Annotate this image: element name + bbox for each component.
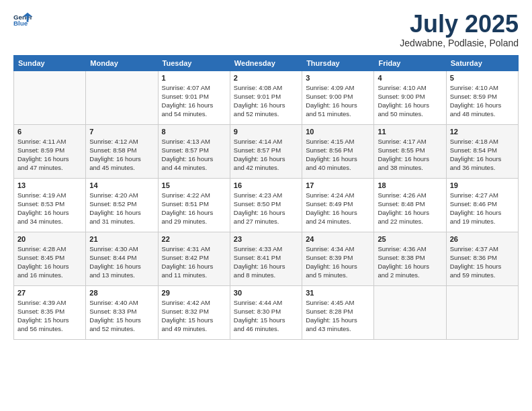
day-number: 17 xyxy=(306,181,370,189)
day-info: Sunrise: 4:30 AM Sunset: 8:44 PM Dayligh… xyxy=(89,244,154,280)
day-info: Sunrise: 4:10 AM Sunset: 9:00 PM Dayligh… xyxy=(378,83,442,119)
day-info: Sunrise: 4:26 AM Sunset: 8:48 PM Dayligh… xyxy=(378,191,442,226)
day-number: 25 xyxy=(378,235,442,243)
calendar-cell-w4-d1: 20Sunrise: 4:28 AM Sunset: 8:45 PM Dayli… xyxy=(14,232,86,285)
day-info: Sunrise: 4:31 AM Sunset: 8:42 PM Dayligh… xyxy=(162,244,226,280)
calendar-week-2: 6Sunrise: 4:11 AM Sunset: 8:59 PM Daylig… xyxy=(14,124,519,178)
calendar-cell-w4-d4: 23Sunrise: 4:33 AM Sunset: 8:41 PM Dayli… xyxy=(230,232,302,285)
calendar-cell-w5-d4: 30Sunrise: 4:44 AM Sunset: 8:30 PM Dayli… xyxy=(230,285,302,339)
calendar-cell-w4-d3: 22Sunrise: 4:31 AM Sunset: 8:42 PM Dayli… xyxy=(158,232,230,285)
calendar-cell-w4-d6: 25Sunrise: 4:36 AM Sunset: 8:38 PM Dayli… xyxy=(374,232,446,285)
subtitle: Jedwabne, Podlasie, Poland xyxy=(400,38,519,48)
calendar-week-4: 20Sunrise: 4:28 AM Sunset: 8:45 PM Dayli… xyxy=(14,232,519,285)
header-thursday: Thursday xyxy=(302,55,374,71)
calendar-cell-w5-d3: 29Sunrise: 4:42 AM Sunset: 8:32 PM Dayli… xyxy=(158,285,230,339)
day-number: 31 xyxy=(306,289,370,297)
calendar-cell-w5-d2: 28Sunrise: 4:40 AM Sunset: 8:33 PM Dayli… xyxy=(86,285,158,339)
day-number: 5 xyxy=(450,74,515,82)
day-number: 14 xyxy=(89,181,154,189)
day-info: Sunrise: 4:34 AM Sunset: 8:39 PM Dayligh… xyxy=(306,244,370,280)
calendar-cell-w1-d2 xyxy=(86,71,158,124)
title-block: July 2025 Jedwabne, Podlasie, Poland xyxy=(400,11,519,48)
day-info: Sunrise: 4:22 AM Sunset: 8:51 PM Dayligh… xyxy=(162,191,226,226)
header-friday: Friday xyxy=(374,55,446,71)
day-number: 2 xyxy=(234,74,298,82)
day-info: Sunrise: 4:19 AM Sunset: 8:53 PM Dayligh… xyxy=(17,191,82,226)
calendar-cell-w3-d1: 13Sunrise: 4:19 AM Sunset: 8:53 PM Dayli… xyxy=(14,178,86,232)
day-number: 18 xyxy=(378,181,442,189)
page: General Blue July 2025 Jedwabne, Podlasi… xyxy=(0,0,532,411)
calendar-week-5: 27Sunrise: 4:39 AM Sunset: 8:35 PM Dayli… xyxy=(14,285,519,339)
day-number: 22 xyxy=(162,235,226,243)
day-number: 8 xyxy=(162,128,226,136)
calendar-cell-w3-d4: 16Sunrise: 4:23 AM Sunset: 8:50 PM Dayli… xyxy=(230,178,302,232)
calendar-cell-w3-d2: 14Sunrise: 4:20 AM Sunset: 8:52 PM Dayli… xyxy=(86,178,158,232)
calendar-week-3: 13Sunrise: 4:19 AM Sunset: 8:53 PM Dayli… xyxy=(14,178,519,232)
calendar-cell-w3-d6: 18Sunrise: 4:26 AM Sunset: 8:48 PM Dayli… xyxy=(374,178,446,232)
day-number: 16 xyxy=(234,181,298,189)
calendar-header-row: Sunday Monday Tuesday Wednesday Thursday… xyxy=(14,55,519,71)
day-number: 1 xyxy=(162,74,226,82)
day-number: 26 xyxy=(450,235,515,243)
day-number: 4 xyxy=(378,74,442,82)
calendar-cell-w5-d6 xyxy=(374,285,446,339)
calendar-cell-w2-d5: 10Sunrise: 4:15 AM Sunset: 8:56 PM Dayli… xyxy=(302,124,374,178)
day-number: 30 xyxy=(234,289,298,297)
day-info: Sunrise: 4:14 AM Sunset: 8:57 PM Dayligh… xyxy=(234,137,298,173)
day-number: 13 xyxy=(17,181,82,189)
day-info: Sunrise: 4:27 AM Sunset: 8:46 PM Dayligh… xyxy=(450,191,515,226)
header-saturday: Saturday xyxy=(446,55,518,71)
calendar-cell-w3-d7: 19Sunrise: 4:27 AM Sunset: 8:46 PM Dayli… xyxy=(446,178,518,232)
day-number: 19 xyxy=(450,181,515,189)
day-number: 15 xyxy=(162,181,226,189)
day-info: Sunrise: 4:36 AM Sunset: 8:38 PM Dayligh… xyxy=(378,244,442,280)
calendar-cell-w4-d7: 26Sunrise: 4:37 AM Sunset: 8:36 PM Dayli… xyxy=(446,232,518,285)
day-info: Sunrise: 4:15 AM Sunset: 8:56 PM Dayligh… xyxy=(306,137,370,173)
day-number: 21 xyxy=(89,235,154,243)
logo-icon: General Blue xyxy=(13,11,32,30)
svg-text:Blue: Blue xyxy=(13,19,28,27)
day-number: 29 xyxy=(162,289,226,297)
day-info: Sunrise: 4:28 AM Sunset: 8:45 PM Dayligh… xyxy=(17,244,82,280)
calendar-cell-w5-d1: 27Sunrise: 4:39 AM Sunset: 8:35 PM Dayli… xyxy=(14,285,86,339)
day-number: 12 xyxy=(450,128,515,136)
calendar-cell-w2-d6: 11Sunrise: 4:17 AM Sunset: 8:55 PM Dayli… xyxy=(374,124,446,178)
day-info: Sunrise: 4:10 AM Sunset: 8:59 PM Dayligh… xyxy=(450,83,515,119)
day-number: 20 xyxy=(17,235,82,243)
calendar-cell-w5-d5: 31Sunrise: 4:45 AM Sunset: 8:28 PM Dayli… xyxy=(302,285,374,339)
day-info: Sunrise: 4:07 AM Sunset: 9:01 PM Dayligh… xyxy=(162,83,226,119)
day-number: 24 xyxy=(306,235,370,243)
calendar-cell-w1-d1 xyxy=(14,71,86,124)
calendar-cell-w4-d2: 21Sunrise: 4:30 AM Sunset: 8:44 PM Dayli… xyxy=(86,232,158,285)
calendar-cell-w2-d3: 8Sunrise: 4:13 AM Sunset: 8:57 PM Daylig… xyxy=(158,124,230,178)
day-info: Sunrise: 4:17 AM Sunset: 8:55 PM Dayligh… xyxy=(378,137,442,173)
day-info: Sunrise: 4:45 AM Sunset: 8:28 PM Dayligh… xyxy=(306,298,370,334)
day-number: 27 xyxy=(17,289,82,297)
calendar-cell-w1-d5: 3Sunrise: 4:09 AM Sunset: 9:00 PM Daylig… xyxy=(302,71,374,124)
calendar-week-1: 1Sunrise: 4:07 AM Sunset: 9:01 PM Daylig… xyxy=(14,71,519,124)
header: General Blue July 2025 Jedwabne, Podlasi… xyxy=(13,11,519,48)
logo: General Blue xyxy=(13,11,32,30)
day-number: 28 xyxy=(89,289,154,297)
day-info: Sunrise: 4:08 AM Sunset: 9:01 PM Dayligh… xyxy=(234,83,298,119)
month-title: July 2025 xyxy=(400,11,519,38)
header-monday: Monday xyxy=(86,55,158,71)
day-number: 7 xyxy=(89,128,154,136)
calendar-cell-w4-d5: 24Sunrise: 4:34 AM Sunset: 8:39 PM Dayli… xyxy=(302,232,374,285)
day-number: 9 xyxy=(234,128,298,136)
day-info: Sunrise: 4:33 AM Sunset: 8:41 PM Dayligh… xyxy=(234,244,298,280)
calendar-cell-w2-d2: 7Sunrise: 4:12 AM Sunset: 8:58 PM Daylig… xyxy=(86,124,158,178)
day-number: 11 xyxy=(378,128,442,136)
calendar-cell-w1-d7: 5Sunrise: 4:10 AM Sunset: 8:59 PM Daylig… xyxy=(446,71,518,124)
calendar-cell-w2-d4: 9Sunrise: 4:14 AM Sunset: 8:57 PM Daylig… xyxy=(230,124,302,178)
day-number: 6 xyxy=(17,128,82,136)
day-info: Sunrise: 4:39 AM Sunset: 8:35 PM Dayligh… xyxy=(17,298,82,334)
day-info: Sunrise: 4:44 AM Sunset: 8:30 PM Dayligh… xyxy=(234,298,298,334)
day-info: Sunrise: 4:09 AM Sunset: 9:00 PM Dayligh… xyxy=(306,83,370,119)
day-number: 23 xyxy=(234,235,298,243)
day-number: 10 xyxy=(306,128,370,136)
day-info: Sunrise: 4:18 AM Sunset: 8:54 PM Dayligh… xyxy=(450,137,515,173)
calendar-cell-w3-d5: 17Sunrise: 4:24 AM Sunset: 8:49 PM Dayli… xyxy=(302,178,374,232)
day-info: Sunrise: 4:23 AM Sunset: 8:50 PM Dayligh… xyxy=(234,191,298,226)
calendar-cell-w1-d3: 1Sunrise: 4:07 AM Sunset: 9:01 PM Daylig… xyxy=(158,71,230,124)
